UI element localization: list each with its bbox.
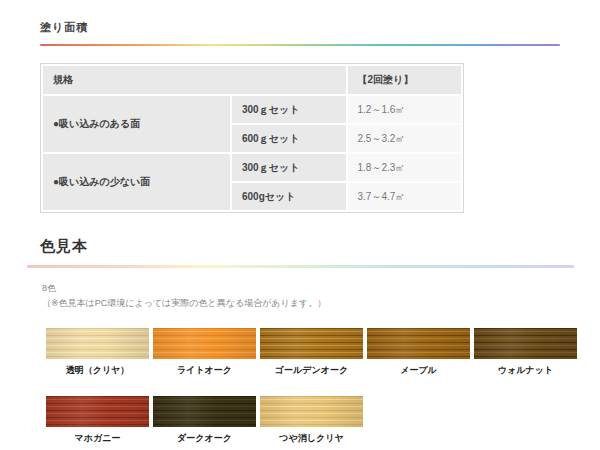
swatch-label: ライトオーク [153,364,256,377]
swatch-chip-matte-clear [260,396,363,427]
swatch-chip-golden-oak [260,328,363,359]
coverage-section: 塗り面積 規格 【2回塗り】 ●吸い込みのある面 300ｇセット 1.2～1.6… [40,20,560,213]
table-row: ●吸い込みの少ない面 300ｇセット 1.8～2.3㎡ [42,153,462,182]
color-sample-section: 色見本 8色 （※色見本はPC環境によっては実際の色と異なる場合があります。） … [40,237,560,445]
coverage-title: 塗り面積 [40,20,560,35]
set-size-cell: 300ｇセット [231,95,347,124]
surface-absorbent-cell: ●吸い込みのある面 [42,95,231,153]
swatch-label: つや消しクリヤ [260,432,363,445]
swatch-chip-dark-oak [153,396,256,427]
color-sample-title: 色見本 [40,237,560,256]
swatch-label: 透明（クリヤ） [46,364,149,377]
product-info-page: 塗り面積 規格 【2回塗り】 ●吸い込みのある面 300ｇセット 1.2～1.6… [0,0,600,445]
coverage-area-cell: 2.5～3.2㎡ [347,124,463,153]
coverage-area-cell: 1.8～2.3㎡ [347,153,463,182]
color-count: 8色 [42,282,560,295]
coverage-table-wrap: 規格 【2回塗り】 ●吸い込みのある面 300ｇセット 1.2～1.6㎡ 600… [40,63,464,213]
swatch-label: メープル [367,364,470,377]
swatch-light-oak: ライトオーク [153,328,256,377]
coverage-area-cell: 3.7～4.7㎡ [347,182,463,211]
swatch-walnut: ウォルナット [474,328,577,377]
swatch-dark-oak: ダークオーク [153,396,256,445]
rainbow-divider-soft [27,265,574,268]
swatch-chip-walnut [474,328,577,359]
swatch-clear: 透明（クリヤ） [46,328,149,377]
set-size-cell: 300ｇセット [231,153,347,182]
color-note: （※色見本はPC環境によっては実際の色と異なる場合があります。） [42,297,560,310]
swatch-label: ウォルナット [474,364,577,377]
swatch-chip-maple [367,328,470,359]
swatch-maple: メープル [367,328,470,377]
set-size-cell: 600gセット [231,182,347,211]
swatch-grid: 透明（クリヤ） ライトオーク ゴールデンオーク メープル ウォルナット マホガニ [46,328,560,445]
coverage-table: 規格 【2回塗り】 ●吸い込みのある面 300ｇセット 1.2～1.6㎡ 600… [41,64,463,212]
swatch-mahogany: マホガニー [46,396,149,445]
swatch-golden-oak: ゴールデンオーク [260,328,363,377]
surface-nonabsorbent-cell: ●吸い込みの少ない面 [42,153,231,211]
swatch-label: マホガニー [46,432,149,445]
set-size-cell: 600ｇセット [231,124,347,153]
col-header-spec: 規格 [42,65,347,95]
swatch-chip-clear [46,328,149,359]
swatch-chip-mahogany [46,396,149,427]
table-row: ●吸い込みのある面 300ｇセット 1.2～1.6㎡ [42,95,462,124]
coverage-area-cell: 1.2～1.6㎡ [347,95,463,124]
swatch-label: ゴールデンオーク [260,364,363,377]
swatch-chip-light-oak [153,328,256,359]
swatch-matte-clear: つや消しクリヤ [260,396,363,445]
table-header-row: 規格 【2回塗り】 [42,65,462,95]
col-header-coats: 【2回塗り】 [347,65,463,95]
rainbow-divider [40,44,560,46]
swatch-label: ダークオーク [153,432,256,445]
